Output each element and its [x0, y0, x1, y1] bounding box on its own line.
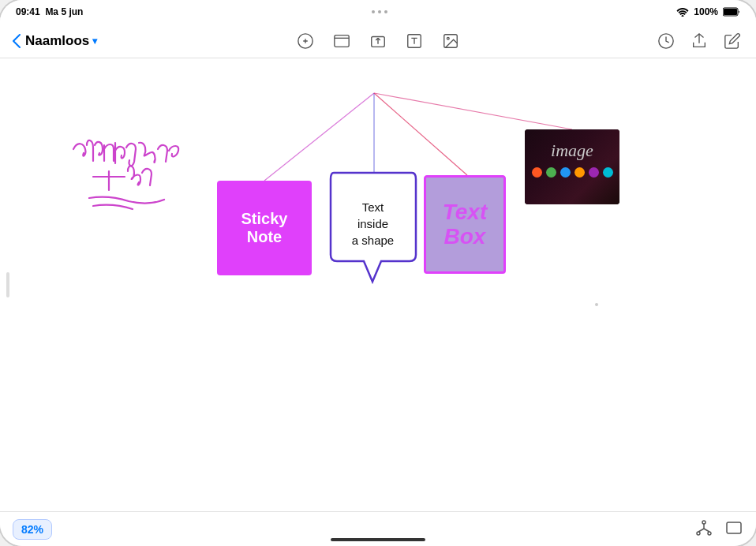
image-tool-button[interactable] — [440, 30, 462, 52]
zoom-badge[interactable]: 82% — [13, 519, 52, 540]
speech-bubble[interactable]: Textinsidea shape — [327, 175, 418, 278]
bottom-right-icons — [694, 518, 743, 540]
share-button[interactable] — [688, 30, 710, 52]
battery-icon — [723, 7, 740, 17]
battery-percent: 100% — [694, 6, 718, 17]
device-frame: 09:41 Ma 5 jun 100% — [0, 0, 756, 546]
speech-bubble-text: Textinsidea shape — [327, 199, 418, 249]
dot-2 — [378, 10, 381, 13]
home-indicator — [331, 538, 425, 541]
pen-tool-button[interactable] — [294, 30, 316, 52]
svg-point-14 — [702, 521, 705, 524]
sticky-note[interactable]: Sticky Note — [217, 181, 312, 275]
edit-button[interactable] — [721, 30, 743, 52]
canvas: Sticky Note Textinsidea shape Text Box i… — [0, 58, 756, 511]
connectors-layer — [0, 58, 756, 511]
nav-toolbar — [294, 30, 462, 52]
svg-point-15 — [697, 532, 700, 535]
nav-title: Naamloos ▾ — [25, 33, 97, 49]
bead-1 — [532, 167, 542, 178]
svg-line-18 — [698, 529, 704, 532]
nav-bar: Naamloos ▾ — [0, 24, 756, 58]
bead-2 — [546, 167, 556, 178]
back-chevron-icon — [13, 34, 21, 48]
svg-point-0 — [682, 15, 684, 17]
history-button[interactable] — [655, 30, 677, 52]
text-tool-button[interactable] — [403, 30, 425, 52]
bead-6 — [603, 167, 613, 178]
bead-5 — [589, 167, 599, 178]
pages-button[interactable] — [724, 518, 743, 540]
svg-point-16 — [708, 532, 711, 535]
handwritten-text-group — [73, 140, 178, 209]
side-handle — [6, 272, 9, 297]
svg-rect-20 — [727, 522, 741, 533]
sticky-note-text: Sticky Note — [241, 210, 288, 246]
bead-4 — [574, 167, 585, 178]
svg-rect-2 — [724, 9, 737, 15]
status-right: 100% — [676, 6, 740, 17]
text-box-label: Text Box — [443, 200, 488, 249]
folder-tool-button[interactable] — [367, 30, 389, 52]
svg-line-12 — [374, 93, 467, 175]
title-chevron-icon: ▾ — [92, 36, 97, 47]
dot-3 — [384, 10, 387, 13]
svg-rect-4 — [335, 35, 349, 47]
svg-point-8 — [447, 37, 449, 39]
nav-right-actions — [655, 30, 743, 52]
back-button[interactable] — [13, 34, 21, 48]
canvas-dot — [595, 303, 598, 306]
dot-1 — [372, 10, 375, 13]
document-title: Naamloos — [25, 33, 89, 49]
image-box[interactable]: image — [525, 129, 619, 204]
svg-line-10 — [264, 93, 374, 181]
wifi-icon — [676, 7, 689, 17]
status-time: 09:41 Ma 5 jun — [16, 6, 83, 17]
status-bar: 09:41 Ma 5 jun 100% — [0, 0, 756, 24]
svg-line-19 — [704, 529, 709, 532]
text-box[interactable]: Text Box — [424, 175, 506, 274]
media-tool-button[interactable] — [331, 30, 353, 52]
bead-3 — [560, 167, 571, 178]
image-label: image — [551, 129, 593, 161]
hierarchy-button[interactable] — [694, 518, 713, 540]
svg-line-13 — [374, 93, 572, 129]
status-center-dots — [372, 10, 387, 13]
